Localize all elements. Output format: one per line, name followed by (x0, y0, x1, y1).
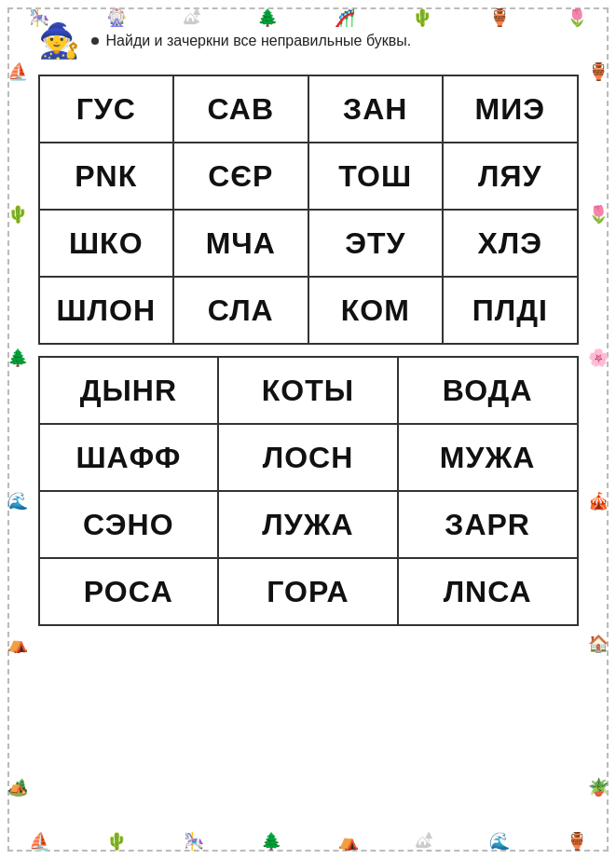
cell-r2c0: СЭНО (39, 491, 219, 558)
table-row: ШКО МЧА ЭТУ ХЛЭ (39, 210, 578, 277)
cell-r2c1: ЛУЖА (218, 491, 398, 558)
table-row: РОСΑ ГОРА ЛNСА (39, 558, 578, 625)
grid-3col: ДЫНR КОТЫ ВОДА ШАΦФ ЛОСН МУЖА СЭНО ЛУЖА … (38, 356, 579, 626)
table-row: СЭНО ЛУЖА ЗАРR (39, 491, 578, 558)
cell-r0c2: ВОДА (398, 357, 578, 424)
cell-r1c0: ШАΦФ (39, 424, 219, 491)
deco-left: ⛵ 🌵 🌲 🌊 ⛺ 🏕️ (0, 0, 35, 859)
wizard-icon: 🧙 (38, 24, 80, 58)
cell-r1c2: МУЖА (398, 424, 578, 491)
cell-r2c1: МЧА (173, 210, 308, 277)
cell-r3c2: ЛNСА (398, 558, 578, 625)
cell-r1c2: ТОШ (308, 143, 444, 210)
cell-r2c2: ЗАРR (398, 491, 578, 558)
cell-r2c3: ХЛЭ (443, 210, 578, 277)
cell-r2c0: ШКО (39, 210, 174, 277)
cell-r0c3: МИЭ (443, 75, 578, 143)
cell-r0c1: САВ (173, 75, 308, 143)
cell-r1c1: ЛОСН (218, 424, 398, 491)
table-row: ШЛОН СЛА КОМ ПЛДІ (39, 277, 578, 344)
grid-4col: ГУС САВ ЗАН МИЭ РNК СЄР ТОШ ЛЯУ ШКО МЧА … (38, 75, 579, 345)
table-row: РNК СЄР ТОШ ЛЯУ (39, 143, 578, 210)
cell-r3c3: ПЛДІ (443, 277, 578, 344)
bullet-icon (91, 37, 99, 45)
main-content: 🧙 Найди и зачеркни все неправильные букв… (38, 19, 579, 626)
instruction-text: Найди и зачеркни все неправильные буквы. (106, 33, 412, 49)
header-text: Найди и зачеркни все неправильные буквы. (91, 33, 412, 49)
cell-r0c0: ДЫНR (39, 357, 219, 424)
deco-bottom: ⛵🌵🎠🌲⛺🏕🌊🏺 (0, 824, 616, 859)
cell-r1c3: ЛЯУ (443, 143, 578, 210)
deco-right: 🏺 🌷 🌸 🎪 🏠 🪴 (581, 0, 616, 859)
cell-r3c0: РОСΑ (39, 558, 219, 625)
table-row: ДЫНR КОТЫ ВОДА (39, 357, 578, 424)
cell-r0c2: ЗАН (308, 75, 444, 143)
header: 🧙 Найди и зачеркни все неправильные букв… (38, 19, 579, 63)
cell-r0c1: КОТЫ (218, 357, 398, 424)
table-row: ГУС САВ ЗАН МИЭ (39, 75, 578, 143)
cell-r0c0: ГУС (39, 75, 174, 143)
cell-r3c1: СЛА (173, 277, 308, 344)
cell-r3c1: ГОРА (218, 558, 398, 625)
table-row: ШАΦФ ЛОСН МУЖА (39, 424, 578, 491)
cell-r3c0: ШЛОН (39, 277, 174, 344)
cell-r3c2: КОМ (308, 277, 444, 344)
cell-r2c2: ЭТУ (308, 210, 444, 277)
cell-r1c1: СЄР (173, 143, 308, 210)
cell-r1c0: РNК (39, 143, 174, 210)
